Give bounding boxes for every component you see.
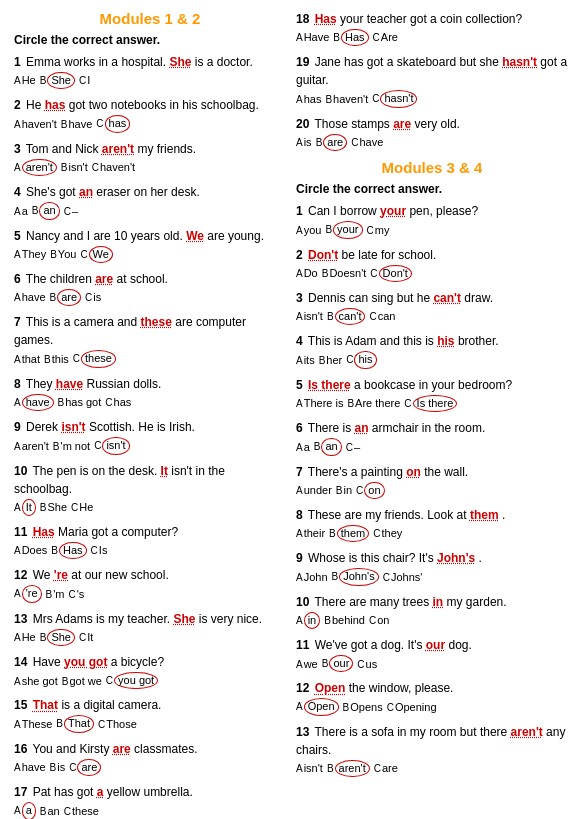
circled-option: aren't (335, 760, 370, 777)
opt-letter: B (62, 676, 69, 687)
answer-options: AweBourCus (296, 655, 568, 672)
circled-option: It (22, 499, 36, 516)
question-item: 6 There is an armchair in the room.AaBan… (296, 419, 568, 455)
opt-letter: A (14, 632, 21, 643)
q-text: 4 She's got an eraser on her desk. (14, 183, 286, 201)
opt-letter: B (40, 632, 47, 643)
answer-options: AHeBSheCIt (14, 629, 286, 646)
opt-letter: A (296, 528, 303, 539)
circled-option: Has (341, 29, 369, 46)
answer-option: Ais (296, 134, 312, 151)
opt-letter: A (14, 719, 21, 730)
circled-option: aren't (22, 159, 57, 176)
answer-option: Aa (14, 802, 36, 819)
opt-text: isn't (69, 161, 88, 173)
opt-text: Is (99, 544, 108, 556)
answer-options: Aaren'tB'm notCisn't (14, 437, 286, 454)
answer-option: BShe (40, 499, 67, 516)
opt-text: Opens (350, 701, 382, 713)
opt-letter: B (44, 354, 51, 365)
answer-word: Is there (308, 378, 351, 392)
opt-text: 's (77, 588, 85, 600)
q-num: 7 (296, 465, 303, 479)
q-text: 9 Derek isn't Scottish. He is Irish. (14, 418, 286, 436)
q-text: 12 Open the window, please. (296, 679, 568, 697)
answer-options: Ashe gotBgot weCyou got (14, 672, 286, 689)
opt-letter: A (296, 572, 303, 583)
question-item: 2 Don't be late for school.ADoBDoesn'tCD… (296, 246, 568, 282)
q-text: 4 This is Adam and this is his brother. (296, 332, 568, 350)
opt-letter: A (296, 398, 303, 409)
answer-option: Con (356, 482, 384, 499)
q-num: 6 (14, 272, 21, 286)
question-item: 12 Open the window, please.AOpenBOpensCO… (296, 679, 568, 715)
opt-letter: B (325, 94, 332, 105)
q-text: 18 Has your teacher got a coin collectio… (296, 10, 568, 28)
q-num: 17 (14, 785, 27, 799)
q-num: 4 (296, 334, 303, 348)
answer-word: your (380, 204, 406, 218)
opt-letter: B (51, 545, 58, 556)
answer-option: ADoes (14, 542, 47, 559)
answer-option: Bhaven't (325, 91, 368, 108)
q-text: 13 There is a sofa in my room but there … (296, 723, 568, 759)
answer-word: can't (433, 291, 461, 305)
circled-option: his (354, 351, 376, 368)
answer-option: Cis (85, 289, 101, 306)
answer-word: these (141, 315, 172, 329)
opt-text: a (304, 441, 310, 453)
answer-option: Care (374, 760, 398, 777)
opt-letter: B (58, 397, 65, 408)
answer-option: BThat (56, 715, 94, 732)
answer-word: 're (54, 568, 68, 582)
opt-letter: B (314, 441, 321, 452)
opt-text: on (377, 614, 389, 626)
opt-text: have (22, 761, 46, 773)
circled-option: hasn't (380, 90, 417, 107)
opt-text: They (22, 248, 46, 260)
answer-options: ATheseBThatCThose (14, 715, 286, 732)
right-questions2: 1 Can I borrow your pen, please?AyouByou… (296, 202, 568, 777)
opt-text: He (22, 631, 36, 643)
opt-letter: B (50, 762, 57, 773)
opt-letter: C (372, 93, 379, 104)
opt-letter: B (325, 224, 332, 235)
answer-option: Ahaven't (14, 116, 57, 133)
opt-letter: C (105, 397, 112, 408)
answer-word: hasn't (502, 55, 537, 69)
answer-word: you got (64, 655, 107, 669)
opt-text: have (359, 136, 383, 148)
q-num: 7 (14, 315, 21, 329)
answer-option: Aaren't (14, 159, 57, 176)
answer-word: our (426, 638, 445, 652)
answer-option: CIs (91, 542, 108, 559)
answer-word: isn't (61, 420, 85, 434)
q-text: 7 This is a camera and these are compute… (14, 313, 286, 349)
answer-options: AinBbehindCon (296, 612, 568, 629)
opt-letter: A (14, 119, 21, 130)
question-item: 2 He has got two notebooks in his school… (14, 96, 286, 132)
opt-letter: A (296, 225, 303, 236)
circled-option: We (89, 246, 113, 263)
right-instruction2: Circle the correct answer. (296, 182, 568, 196)
opt-letter: C (64, 206, 71, 217)
opt-letter: A (296, 137, 303, 148)
opt-letter: C (69, 762, 76, 773)
opt-text: haven't (22, 118, 57, 130)
answer-options: ADoBDoesn'tCDon't (296, 265, 568, 282)
opt-letter: A (14, 588, 21, 599)
opt-text: its (304, 354, 315, 366)
answer-options: AHeBSheCI (14, 72, 286, 89)
opt-text: are (382, 762, 398, 774)
opt-letter: B (50, 249, 57, 260)
opt-letter: C (96, 118, 103, 129)
circled-option: are (77, 759, 101, 776)
circled-option: these (81, 350, 116, 367)
opt-letter: C (387, 702, 394, 713)
opt-letter: A (14, 676, 21, 687)
q-num: 2 (14, 98, 21, 112)
answer-option: Bcan't (327, 308, 366, 325)
circled-option: our (329, 655, 353, 672)
answer-option: AHe (14, 72, 36, 89)
answer-word: in (433, 595, 444, 609)
